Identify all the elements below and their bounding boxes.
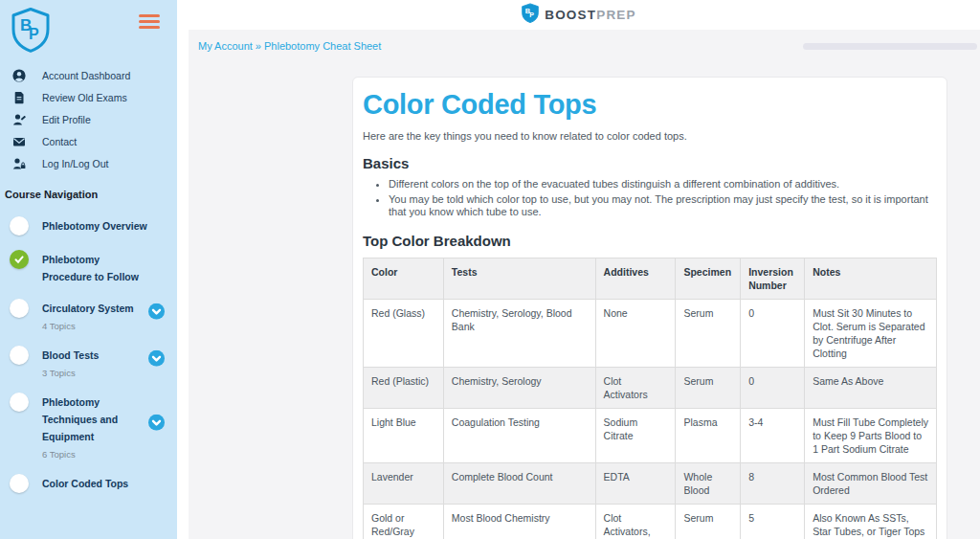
table-cell: 3-4 — [741, 408, 805, 462]
table-cell: Serum — [676, 367, 741, 408]
bullet-item: Different colors on the top of the evacu… — [389, 178, 937, 191]
sidebar-menu: Account Dashboard Review Old Exams — [0, 64, 177, 174]
basics-bullet-list: Different colors on the top of the evacu… — [389, 178, 937, 219]
table-cell: Chemistry, Serology, Blood Bank — [443, 299, 595, 367]
progress-circle-icon — [10, 474, 29, 493]
account-icon — [12, 69, 26, 82]
content-area: My Account»Phlebotomy Cheat Sheet Color … — [189, 30, 980, 539]
column-header: Tests — [443, 258, 595, 299]
sidebar-course-phlebotomy-techniques[interactable]: Phlebotomy Techniques and Equipment 6 To… — [0, 393, 177, 460]
table-row: Red (Glass)Chemistry, Serology, Blood Ba… — [364, 299, 937, 367]
sidebar-course-phlebotomy-procedure[interactable]: Phlebotomy Procedure to Follow — [0, 250, 177, 284]
brand-light: PREP — [596, 8, 636, 22]
boostprep-shield-logo-small[interactable]: B P — [521, 3, 540, 27]
top-color-breakdown-table: ColorTestsAdditivesSpecimenInversion Num… — [363, 258, 937, 539]
progress-circle-icon — [10, 393, 29, 412]
progress-circle-icon — [10, 216, 29, 236]
table-cell: Also Known As SSTs, Star Tubes, or Tiger… — [805, 504, 937, 539]
brand-wordmark[interactable]: BOOSTPREP — [545, 8, 636, 22]
column-header: Additives — [595, 258, 676, 299]
table-row: Gold or Red/Gray StopperMost Blood Chemi… — [364, 504, 937, 539]
sidebar-item-label: Log In/Log Out — [42, 158, 108, 169]
column-header: Specimen — [676, 258, 741, 299]
table-cell: Chemistry, Serology — [443, 367, 595, 408]
document-icon — [12, 91, 26, 104]
svg-text:P: P — [29, 26, 39, 42]
breadcrumb-row: My Account»Phlebotomy Cheat Sheet — [189, 30, 980, 52]
envelope-icon — [12, 135, 26, 148]
table-cell: Same As Above — [805, 367, 937, 408]
boostprep-shield-logo[interactable]: B P — [10, 7, 52, 56]
sidebar-item-label: Review Old Exams — [42, 92, 127, 103]
page: B P Account Dashboard — [0, 0, 980, 539]
chevron-down-icon[interactable] — [148, 415, 165, 435]
course-topics-count: 3 Topics — [42, 368, 147, 378]
table-cell: Plasma — [676, 408, 741, 462]
table-cell: Gold or Red/Gray Stopper — [364, 504, 444, 539]
column-header: Notes — [805, 258, 937, 299]
sidebar-course-phlebotomy-overview[interactable]: Phlebotomy Overview — [0, 216, 177, 236]
table-cell: Sodium Citrate — [595, 408, 676, 462]
course-topics-count: 4 Topics — [42, 321, 147, 331]
table-cell: 8 — [741, 462, 805, 504]
course-label: Blood Tests — [42, 349, 99, 361]
breadcrumb: My Account»Phlebotomy Cheat Sheet — [198, 40, 381, 52]
sidebar-course-color-coded-tops[interactable]: Color Coded Tops — [0, 474, 177, 493]
table-row: LavenderComplete Blood CountEDTAWhole Bl… — [364, 462, 937, 504]
table-cell: Clot Activators, Thixotropic Gel — [595, 504, 676, 539]
course-label: Phlebotomy Procedure to Follow — [42, 254, 139, 282]
sidebar-item-contact[interactable]: Contact — [0, 130, 177, 152]
table-heading: Top Color Breakdown — [363, 233, 937, 249]
brand-bold: BOOST — [545, 8, 596, 22]
table-cell: Serum — [676, 299, 741, 367]
table-cell: Light Blue — [364, 408, 444, 462]
table-cell: 0 — [741, 299, 805, 367]
edit-profile-icon — [12, 113, 26, 126]
breadcrumb-current-page[interactable]: Phlebotomy Cheat Sheet — [264, 40, 381, 52]
sidebar-item-label: Account Dashboard — [42, 70, 130, 81]
course-progress-bar — [803, 43, 977, 50]
sidebar-course-blood-tests[interactable]: Blood Tests 3 Topics — [0, 346, 177, 378]
main-area: B P BOOSTPREP My Account»Phlebotomy Chea… — [177, 0, 980, 539]
table-cell: Red (Plastic) — [364, 367, 444, 408]
chevron-down-icon[interactable] — [148, 303, 165, 324]
sidebar-item-login-logout[interactable]: Log In/Log Out — [0, 152, 177, 174]
table-cell: Must Sit 30 Minutes to Clot. Serum is Se… — [805, 299, 937, 367]
progress-circle-icon — [10, 346, 29, 365]
bullet-item: You may be told which color top to use, … — [389, 193, 937, 219]
sidebar: B P Account Dashboard — [0, 0, 177, 539]
check-circle-icon — [10, 250, 29, 269]
chevron-down-icon[interactable] — [148, 350, 165, 371]
table-cell: Serum — [676, 504, 741, 539]
sidebar-item-review-old-exams[interactable]: Review Old Exams — [0, 86, 177, 108]
table-row: Light BlueCoagulation TestingSodium Citr… — [364, 408, 937, 462]
table-cell: 5 — [741, 504, 805, 539]
intro-text: Here are the key things you need to know… — [363, 130, 937, 142]
basics-heading: Basics — [363, 155, 937, 171]
column-header: Color — [364, 258, 444, 299]
sidebar-top: B P — [0, 0, 177, 56]
page-title: Color Coded Tops — [363, 89, 937, 121]
sidebar-course-circulatory-system[interactable]: Circulatory System 4 Topics — [0, 299, 177, 331]
table-cell: Coagulation Testing — [443, 408, 595, 462]
table-cell: Must Fill Tube Completely to Keep 9 Part… — [805, 408, 937, 462]
sidebar-item-edit-profile[interactable]: Edit Profile — [0, 108, 177, 130]
breadcrumb-my-account-link[interactable]: My Account — [198, 40, 253, 52]
sidebar-item-label: Contact — [42, 136, 77, 147]
breadcrumb-separator: » — [256, 40, 261, 52]
lesson-card: Color Coded Tops Here are the key things… — [352, 77, 947, 539]
course-label: Color Coded Tops — [42, 478, 128, 489]
table-cell: Most Blood Chemistry — [443, 504, 595, 539]
table-cell: EDTA — [595, 462, 676, 504]
table-cell: None — [595, 299, 676, 367]
course-topics-count: 6 Topics — [42, 449, 147, 460]
color-table-body: Red (Glass)Chemistry, Serology, Blood Ba… — [364, 299, 937, 539]
table-cell: Most Common Blood Test Ordered — [805, 462, 937, 504]
hamburger-menu-icon[interactable] — [139, 14, 160, 32]
course-navigation-heading: Course Navigation — [0, 174, 177, 202]
table-row: Red (Plastic)Chemistry, SerologyClot Act… — [364, 367, 937, 408]
course-label: Phlebotomy Techniques and Equipment — [42, 396, 118, 442]
course-label: Circulatory System — [42, 303, 134, 314]
sidebar-item-account-dashboard[interactable]: Account Dashboard — [0, 64, 177, 86]
course-label: Phlebotomy Overview — [42, 220, 147, 232]
